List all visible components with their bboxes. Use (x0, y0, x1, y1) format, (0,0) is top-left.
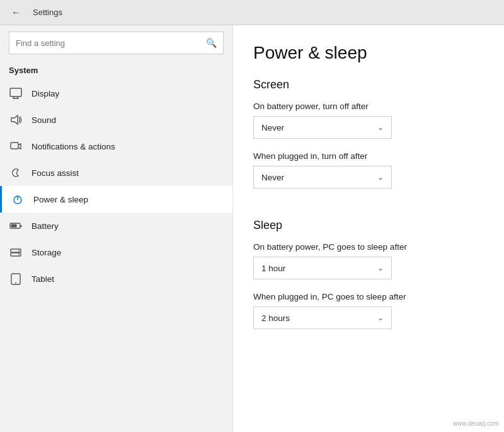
sidebar-item-focus[interactable]: Focus assist (0, 160, 232, 186)
main-layout: 🔍 System Display (0, 25, 504, 432)
screen-battery-label: On battery power, turn off after (253, 102, 484, 111)
screen-plugged-group: When plugged in, turn off after Never ⌄ (253, 151, 484, 189)
focus-icon (9, 166, 23, 180)
search-container: 🔍 (0, 25, 232, 63)
sidebar-label-sound: Sound (32, 115, 56, 125)
svg-rect-9 (20, 225, 22, 227)
sleep-plugged-label: When plugged in, PC goes to sleep after (253, 292, 484, 301)
system-section-label: System (0, 63, 232, 80)
screen-battery-value: Never (261, 123, 284, 132)
svg-point-14 (18, 254, 20, 255)
notifications-icon (9, 139, 23, 153)
screen-plugged-chevron-icon: ⌄ (377, 173, 384, 182)
sidebar-label-power: Power & sleep (33, 195, 88, 204)
sidebar-item-tablet[interactable]: Tablet (0, 266, 232, 292)
sleep-plugged-group: When plugged in, PC goes to sleep after … (253, 292, 484, 329)
titlebar-title: Settings (33, 8, 62, 17)
search-input[interactable] (16, 38, 201, 48)
sidebar-label-storage: Storage (32, 248, 61, 257)
sidebar-label-tablet: Tablet (32, 274, 54, 284)
sidebar-item-storage[interactable]: Storage (0, 239, 232, 266)
screen-section-title: Screen (253, 78, 484, 91)
sidebar-item-battery[interactable]: Battery (0, 213, 232, 239)
sidebar-item-power[interactable]: Power & sleep (0, 186, 232, 213)
sleep-battery-label: On battery power, PC goes to sleep after (253, 242, 484, 252)
sidebar-label-battery: Battery (32, 221, 59, 231)
sleep-section: Sleep On battery power, PC goes to sleep… (253, 219, 484, 329)
sidebar-label-notifications: Notifications & actions (32, 142, 115, 151)
sound-icon (9, 113, 23, 127)
content-area: Power & sleep Screen On battery power, t… (233, 25, 504, 432)
screen-battery-dropdown[interactable]: Never ⌄ (253, 116, 392, 139)
search-box[interactable]: 🔍 (9, 32, 224, 54)
sleep-plugged-dropdown[interactable]: 2 hours ⌄ (253, 306, 392, 329)
sidebar-label-display: Display (32, 89, 59, 98)
power-icon (11, 192, 25, 206)
sleep-plugged-value: 2 hours (261, 313, 290, 323)
sidebar: 🔍 System Display (0, 25, 233, 432)
sleep-battery-value: 1 hour (261, 264, 285, 273)
tablet-icon (9, 272, 23, 286)
watermark: www.deuaq.com (453, 420, 499, 427)
section-divider (253, 201, 484, 214)
sleep-plugged-chevron-icon: ⌄ (377, 313, 384, 322)
svg-point-16 (15, 283, 16, 284)
back-button[interactable]: ← (8, 4, 25, 21)
svg-marker-4 (11, 115, 18, 124)
sidebar-label-focus: Focus assist (32, 168, 79, 178)
svg-point-13 (18, 250, 20, 252)
svg-rect-0 (10, 88, 21, 96)
screen-plugged-label: When plugged in, turn off after (253, 151, 484, 161)
sleep-battery-chevron-icon: ⌄ (377, 264, 384, 272)
battery-icon (9, 219, 23, 233)
search-icon[interactable]: 🔍 (206, 38, 217, 48)
sleep-section-title: Sleep (253, 219, 484, 232)
sleep-battery-dropdown[interactable]: 1 hour ⌄ (253, 257, 392, 279)
sidebar-item-notifications[interactable]: Notifications & actions (0, 133, 232, 160)
screen-battery-group: On battery power, turn off after Never ⌄ (253, 102, 484, 139)
sleep-battery-group: On battery power, PC goes to sleep after… (253, 242, 484, 279)
screen-plugged-dropdown[interactable]: Never ⌄ (253, 166, 392, 189)
svg-rect-10 (11, 225, 17, 228)
screen-plugged-value: Never (261, 173, 284, 182)
display-icon (9, 86, 23, 100)
sidebar-item-sound[interactable]: Sound (0, 107, 232, 133)
screen-battery-chevron-icon: ⌄ (377, 123, 384, 132)
sidebar-item-display[interactable]: Display (0, 80, 232, 107)
storage-icon (9, 245, 23, 259)
svg-rect-5 (11, 143, 18, 149)
titlebar: ← Settings (0, 0, 504, 25)
page-title: Power & sleep (253, 43, 484, 63)
